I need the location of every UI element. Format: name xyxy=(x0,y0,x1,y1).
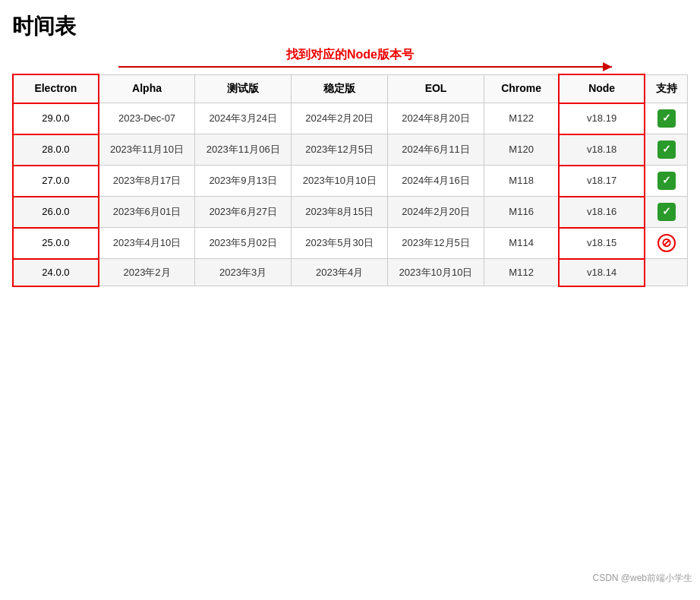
table-row: 27.0.02023年8月17日2023年9月13日2023年10月10日202… xyxy=(13,166,688,197)
cell-support: ✓ xyxy=(645,103,687,134)
arrow-row xyxy=(12,66,688,68)
cell-node: v18.15 xyxy=(559,228,645,259)
table-row: 24.0.02023年2月2023年3月2023年4月2023年10月10日M1… xyxy=(13,259,688,286)
table-row: 28.0.02023年11月10日2023年11月06日2023年12月5日20… xyxy=(13,134,688,166)
cell-eol: 2024年4月16日 xyxy=(388,166,484,197)
cell-test: 2023年5月02日 xyxy=(195,228,292,259)
header-eol: EOL xyxy=(388,74,484,103)
cell-stable: 2023年4月 xyxy=(292,259,388,286)
cell-eol: 2024年8月20日 xyxy=(388,103,484,134)
cell-test: 2024年3月24日 xyxy=(195,103,292,134)
support-check-icon: ✓ xyxy=(657,203,676,221)
header-support: 支持 xyxy=(645,74,687,103)
cell-stable: 2024年2月20日 xyxy=(292,103,388,134)
cell-test: 2023年11月06日 xyxy=(195,134,292,166)
cell-electron: 27.0.0 xyxy=(13,166,99,197)
header-alpha: Alpha xyxy=(99,74,195,103)
cell-electron: 29.0.0 xyxy=(13,103,99,134)
cell-electron: 25.0.0 xyxy=(13,228,99,259)
cell-alpha: 2023年8月17日 xyxy=(99,166,195,197)
header-electron: Electron xyxy=(13,74,99,103)
page-title: 时间表 xyxy=(12,12,688,41)
support-check-icon: ✓ xyxy=(657,141,676,159)
cell-eol: 2023年10月10日 xyxy=(388,259,484,286)
cell-support: ✓ xyxy=(645,197,687,228)
cell-node: v18.18 xyxy=(559,134,645,166)
cell-alpha: 2023年4月10日 xyxy=(99,228,195,259)
cell-electron: 28.0.0 xyxy=(13,134,99,166)
header-chrome: Chrome xyxy=(484,74,560,103)
cell-eol: 2024年6月11日 xyxy=(388,134,484,166)
cell-node: v18.16 xyxy=(559,197,645,228)
cell-alpha: 2023-Dec-07 xyxy=(99,103,195,134)
table-row: 29.0.02023-Dec-072024年3月24日2024年2月20日202… xyxy=(13,103,688,134)
cell-electron: 26.0.0 xyxy=(13,197,99,228)
cell-chrome: M114 xyxy=(484,228,560,259)
cell-chrome: M118 xyxy=(484,166,560,197)
support-check-icon: ✓ xyxy=(657,172,676,190)
cell-node: v18.14 xyxy=(559,259,645,286)
cell-test: 2023年3月 xyxy=(195,259,292,286)
table-row: 26.0.02023年6月01日2023年6月27日2023年8月15日2024… xyxy=(13,197,688,228)
cell-stable: 2023年12月5日 xyxy=(292,134,388,166)
header-test: 测试版 xyxy=(195,74,292,103)
cell-node: v18.19 xyxy=(559,103,645,134)
support-no-icon: ⊘ xyxy=(657,234,676,252)
cell-support xyxy=(645,259,687,286)
cell-support: ✓ xyxy=(645,166,687,197)
arrow-line xyxy=(118,66,612,68)
cell-test: 2023年6月27日 xyxy=(195,197,292,228)
cell-stable: 2023年5月30日 xyxy=(292,228,388,259)
cell-test: 2023年9月13日 xyxy=(195,166,292,197)
cell-eol: 2023年12月5日 xyxy=(388,228,484,259)
support-check-icon: ✓ xyxy=(657,109,676,128)
cell-alpha: 2023年2月 xyxy=(99,259,195,286)
cell-chrome: M112 xyxy=(484,259,560,286)
table-header-row: Electron Alpha 测试版 稳定版 EOL Chrome Node 支… xyxy=(13,74,688,103)
header-node: Node xyxy=(559,74,645,103)
cell-eol: 2024年2月20日 xyxy=(388,197,484,228)
cell-chrome: M120 xyxy=(484,134,560,166)
cell-alpha: 2023年6月01日 xyxy=(99,197,195,228)
table-row: 25.0.02023年4月10日2023年5月02日2023年5月30日2023… xyxy=(13,228,688,259)
cell-node: v18.17 xyxy=(559,166,645,197)
cell-alpha: 2023年11月10日 xyxy=(99,134,195,166)
cell-support: ⊘ xyxy=(645,228,687,259)
version-table: Electron Alpha 测试版 稳定版 EOL Chrome Node 支… xyxy=(12,74,688,287)
cell-electron: 24.0.0 xyxy=(13,259,99,286)
cell-support: ✓ xyxy=(645,134,687,166)
cell-chrome: M116 xyxy=(484,197,560,228)
subtitle: 找到对应的Node版本号 xyxy=(12,47,688,63)
cell-stable: 2023年10月10日 xyxy=(292,166,388,197)
cell-chrome: M122 xyxy=(484,103,560,134)
cell-stable: 2023年8月15日 xyxy=(292,197,388,228)
header-stable: 稳定版 xyxy=(292,74,388,103)
